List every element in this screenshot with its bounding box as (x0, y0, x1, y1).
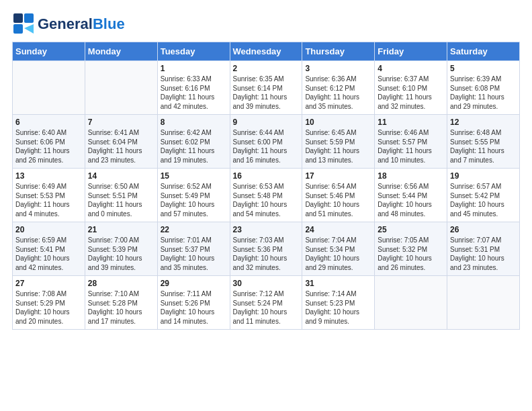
svg-rect-0 (13, 13, 23, 23)
day-info: Sunrise: 6:54 AM Sunset: 5:46 PM Dayligh… (305, 182, 371, 218)
day-number: 2 (233, 64, 300, 73)
day-info: Sunrise: 6:37 AM Sunset: 6:10 PM Dayligh… (378, 75, 444, 111)
calendar-cell: 16Sunrise: 6:53 AM Sunset: 5:48 PM Dayli… (230, 169, 302, 222)
day-info: Sunrise: 7:01 AM Sunset: 5:37 PM Dayligh… (161, 236, 227, 272)
col-header-friday: Friday (375, 42, 447, 61)
calendar-cell: 9Sunrise: 6:44 AM Sunset: 6:00 PM Daylig… (230, 115, 302, 169)
day-info: Sunrise: 7:07 AM Sunset: 5:31 PM Dayligh… (450, 236, 517, 272)
calendar-cell: 3Sunrise: 6:36 AM Sunset: 6:12 PM Daylig… (302, 61, 375, 115)
day-number: 18 (378, 171, 444, 181)
svg-rect-1 (24, 13, 34, 23)
day-number: 19 (450, 171, 517, 181)
day-info: Sunrise: 7:03 AM Sunset: 5:36 PM Dayligh… (233, 236, 300, 272)
calendar-cell: 4Sunrise: 6:37 AM Sunset: 6:10 PM Daylig… (375, 61, 447, 115)
day-info: Sunrise: 7:08 AM Sunset: 5:29 PM Dayligh… (15, 289, 82, 326)
day-number: 25 (378, 225, 444, 234)
day-number: 5 (450, 64, 517, 73)
calendar-cell: 30Sunrise: 7:12 AM Sunset: 5:24 PM Dayli… (230, 276, 302, 330)
calendar-week-row: 1Sunrise: 6:33 AM Sunset: 6:16 PM Daylig… (13, 61, 520, 115)
calendar-week-row: 6Sunrise: 6:40 AM Sunset: 6:06 PM Daylig… (13, 115, 520, 169)
calendar-cell: 14Sunrise: 6:50 AM Sunset: 5:51 PM Dayli… (85, 169, 157, 222)
day-info: Sunrise: 6:40 AM Sunset: 6:06 PM Dayligh… (15, 128, 82, 165)
calendar-cell (447, 276, 520, 330)
day-number: 8 (161, 118, 227, 127)
day-number: 7 (88, 118, 154, 127)
day-info: Sunrise: 7:14 AM Sunset: 5:23 PM Dayligh… (305, 289, 371, 326)
day-info: Sunrise: 6:57 AM Sunset: 5:42 PM Dayligh… (450, 182, 517, 218)
day-number: 3 (305, 64, 371, 73)
day-number: 21 (88, 225, 154, 234)
day-number: 23 (233, 225, 300, 234)
day-info: Sunrise: 7:04 AM Sunset: 5:34 PM Dayligh… (305, 236, 371, 272)
calendar-cell: 11Sunrise: 6:46 AM Sunset: 5:57 PM Dayli… (375, 115, 447, 169)
day-number: 11 (378, 118, 444, 127)
calendar-cell: 13Sunrise: 6:49 AM Sunset: 5:53 PM Dayli… (13, 169, 85, 222)
day-info: Sunrise: 6:56 AM Sunset: 5:44 PM Dayligh… (378, 182, 444, 218)
calendar-cell: 1Sunrise: 6:33 AM Sunset: 6:16 PM Daylig… (157, 61, 230, 115)
day-info: Sunrise: 6:42 AM Sunset: 6:02 PM Dayligh… (161, 128, 227, 165)
day-number: 14 (88, 171, 154, 181)
day-number: 28 (88, 279, 154, 288)
svg-rect-2 (13, 24, 23, 34)
header: GeneralBlue (12, 12, 520, 36)
logo: GeneralBlue (12, 12, 125, 36)
day-number: 27 (15, 279, 82, 288)
day-info: Sunrise: 7:12 AM Sunset: 5:24 PM Dayligh… (233, 289, 300, 326)
calendar-cell: 7Sunrise: 6:41 AM Sunset: 6:04 PM Daylig… (85, 115, 157, 169)
day-number: 15 (161, 171, 227, 181)
calendar-cell: 17Sunrise: 6:54 AM Sunset: 5:46 PM Dayli… (302, 169, 375, 222)
calendar-cell: 25Sunrise: 7:05 AM Sunset: 5:32 PM Dayli… (375, 222, 447, 276)
calendar-cell: 2Sunrise: 6:35 AM Sunset: 6:14 PM Daylig… (230, 61, 302, 115)
calendar-cell: 28Sunrise: 7:10 AM Sunset: 5:28 PM Dayli… (85, 276, 157, 330)
calendar-cell (85, 61, 157, 115)
calendar-cell: 24Sunrise: 7:04 AM Sunset: 5:34 PM Dayli… (302, 222, 375, 276)
calendar-cell: 19Sunrise: 6:57 AM Sunset: 5:42 PM Dayli… (447, 169, 520, 222)
day-number: 17 (305, 171, 371, 181)
day-number: 13 (15, 171, 82, 181)
calendar-cell: 15Sunrise: 6:52 AM Sunset: 5:49 PM Dayli… (157, 169, 230, 222)
calendar-header-row: SundayMondayTuesdayWednesdayThursdayFrid… (13, 42, 520, 61)
calendar-cell: 12Sunrise: 6:48 AM Sunset: 5:55 PM Dayli… (447, 115, 520, 169)
svg-marker-3 (24, 24, 34, 34)
calendar-cell: 27Sunrise: 7:08 AM Sunset: 5:29 PM Dayli… (13, 276, 85, 330)
calendar-cell: 31Sunrise: 7:14 AM Sunset: 5:23 PM Dayli… (302, 276, 375, 330)
day-info: Sunrise: 6:50 AM Sunset: 5:51 PM Dayligh… (88, 182, 154, 218)
calendar-cell: 18Sunrise: 6:56 AM Sunset: 5:44 PM Dayli… (375, 169, 447, 222)
day-number: 1 (161, 64, 227, 73)
logo-general-text: GeneralBlue (38, 15, 125, 32)
day-info: Sunrise: 6:33 AM Sunset: 6:16 PM Dayligh… (161, 75, 227, 111)
calendar-cell (375, 276, 447, 330)
calendar-cell: 10Sunrise: 6:45 AM Sunset: 5:59 PM Dayli… (302, 115, 375, 169)
calendar-week-row: 27Sunrise: 7:08 AM Sunset: 5:29 PM Dayli… (13, 276, 520, 330)
calendar-cell: 8Sunrise: 6:42 AM Sunset: 6:02 PM Daylig… (157, 115, 230, 169)
col-header-tuesday: Tuesday (157, 42, 230, 61)
day-number: 9 (233, 118, 300, 127)
logo-icon (12, 12, 36, 36)
day-info: Sunrise: 7:00 AM Sunset: 5:39 PM Dayligh… (88, 236, 154, 272)
col-header-saturday: Saturday (447, 42, 520, 61)
col-header-sunday: Sunday (13, 42, 85, 61)
day-info: Sunrise: 6:49 AM Sunset: 5:53 PM Dayligh… (15, 182, 82, 218)
day-info: Sunrise: 6:44 AM Sunset: 6:00 PM Dayligh… (233, 128, 300, 165)
calendar-cell: 29Sunrise: 7:11 AM Sunset: 5:26 PM Dayli… (157, 276, 230, 330)
day-info: Sunrise: 6:59 AM Sunset: 5:41 PM Dayligh… (15, 236, 82, 272)
day-info: Sunrise: 6:39 AM Sunset: 6:08 PM Dayligh… (450, 75, 517, 111)
day-info: Sunrise: 6:41 AM Sunset: 6:04 PM Dayligh… (88, 128, 154, 165)
calendar-cell: 26Sunrise: 7:07 AM Sunset: 5:31 PM Dayli… (447, 222, 520, 276)
day-info: Sunrise: 6:52 AM Sunset: 5:49 PM Dayligh… (161, 182, 227, 218)
day-info: Sunrise: 6:35 AM Sunset: 6:14 PM Dayligh… (233, 75, 300, 111)
day-number: 24 (305, 225, 371, 234)
calendar-cell: 22Sunrise: 7:01 AM Sunset: 5:37 PM Dayli… (157, 222, 230, 276)
calendar-week-row: 13Sunrise: 6:49 AM Sunset: 5:53 PM Dayli… (13, 169, 520, 222)
day-number: 20 (15, 225, 82, 234)
day-number: 29 (161, 279, 227, 288)
calendar-cell: 20Sunrise: 6:59 AM Sunset: 5:41 PM Dayli… (13, 222, 85, 276)
col-header-thursday: Thursday (302, 42, 375, 61)
day-info: Sunrise: 6:53 AM Sunset: 5:48 PM Dayligh… (233, 182, 300, 218)
col-header-wednesday: Wednesday (230, 42, 302, 61)
calendar-week-row: 20Sunrise: 6:59 AM Sunset: 5:41 PM Dayli… (13, 222, 520, 276)
day-number: 12 (450, 118, 517, 127)
calendar-cell (13, 61, 85, 115)
day-info: Sunrise: 7:05 AM Sunset: 5:32 PM Dayligh… (378, 236, 444, 272)
day-number: 30 (233, 279, 300, 288)
